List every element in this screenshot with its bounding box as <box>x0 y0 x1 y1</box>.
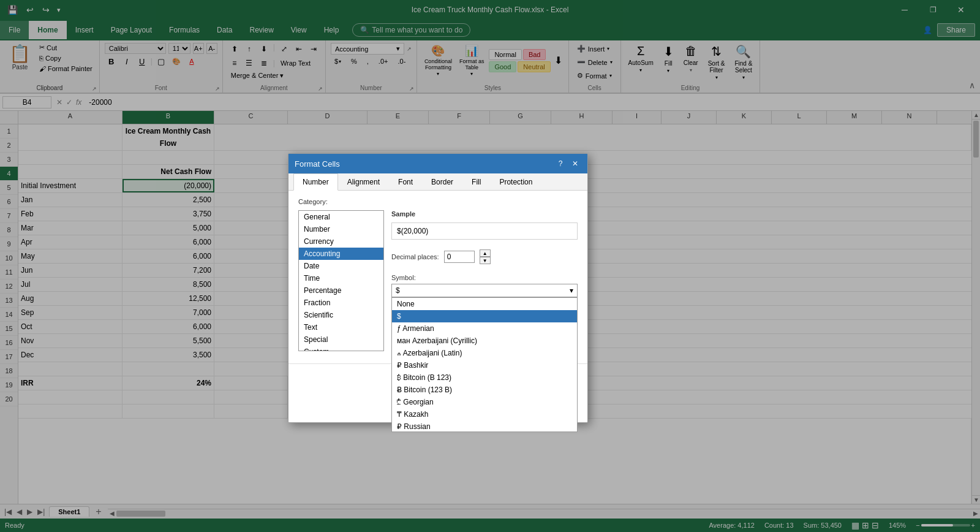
sym-russian[interactable]: ₽ Russian <box>392 420 577 432</box>
cat-currency[interactable]: Currency <box>299 235 383 248</box>
sym-armenian[interactable]: ƒ Armenian <box>392 322 577 335</box>
sym-bitcoin-b123[interactable]: ₿ Bitcoin (B 123) <box>392 371 577 384</box>
cat-accounting[interactable]: Accounting <box>299 248 383 260</box>
sym-az-latin[interactable]: ₼ Azerbaijani (Latin) <box>392 347 577 359</box>
sym-bitcoin-123b[interactable]: Ƀ Bitcoin (123 B) <box>392 384 577 396</box>
cat-percentage[interactable]: Percentage <box>299 284 383 297</box>
decimal-row: Decimal places: ▲ ▼ <box>391 249 578 264</box>
modal-title-bar: Format Cells ? ✕ <box>288 154 587 173</box>
modal-help-button[interactable]: ? <box>554 158 567 170</box>
modal-tab-border[interactable]: Border <box>422 173 462 191</box>
modal-tab-font[interactable]: Font <box>389 173 422 191</box>
modal-close-button[interactable]: ✕ <box>569 158 581 170</box>
category-label: Category: <box>298 198 578 205</box>
modal-body: Category: General Number Currency Accoun… <box>288 191 587 359</box>
cat-custom[interactable]: Custom <box>299 346 383 351</box>
modal-tabs: Number Alignment Font Border Fill Protec… <box>288 173 587 191</box>
format-options-panel: Sample $(20,000) Decimal places: ▲ ▼ Sym… <box>391 210 578 351</box>
modal-tab-fill[interactable]: Fill <box>462 173 490 191</box>
modal-title-controls: ? ✕ <box>554 158 581 170</box>
sym-kazakh[interactable]: ₸ Kazakh <box>392 408 577 420</box>
symbol-dropdown-list: None $ ƒ Armenian ман Azerbaijani (Cyril… <box>391 297 578 432</box>
cat-date[interactable]: Date <box>299 260 383 272</box>
sample-box: $(20,000) <box>391 222 578 240</box>
modal-tab-alignment[interactable]: Alignment <box>338 173 389 191</box>
cat-special[interactable]: Special <box>299 333 383 346</box>
cat-scientific[interactable]: Scientific <box>299 309 383 321</box>
modal-tab-protection[interactable]: Protection <box>490 173 541 191</box>
symbol-dropdown-trigger[interactable]: $ ▾ <box>391 284 578 297</box>
decimal-input[interactable] <box>444 251 475 263</box>
sym-none[interactable]: None <box>392 298 577 310</box>
decimal-label: Decimal places: <box>391 253 439 260</box>
sample-label: Sample <box>391 210 578 218</box>
sym-georgian[interactable]: ₾ Georgian <box>392 396 577 408</box>
category-list: General Number Currency Accounting Date … <box>298 210 384 351</box>
sym-az-cyrillic[interactable]: ман Azerbaijani (Cyrillic) <box>392 335 577 347</box>
decimal-up[interactable]: ▲ <box>480 249 491 257</box>
cat-number[interactable]: Number <box>299 223 383 235</box>
decimal-down[interactable]: ▼ <box>480 257 491 264</box>
modal-tab-number[interactable]: Number <box>293 173 338 191</box>
symbol-current-value: $ <box>396 286 400 295</box>
format-cells-modal: Format Cells ? ✕ Number Alignment Font B… <box>288 153 588 423</box>
sym-bashkir[interactable]: ₽ Bashkir <box>392 359 577 371</box>
symbol-label: Symbol: <box>391 274 578 281</box>
decimal-spin: ▲ ▼ <box>480 249 491 264</box>
sym-dollar[interactable]: $ <box>392 310 577 322</box>
symbol-arrow: ▾ <box>570 286 573 295</box>
category-list-wrapper: General Number Currency Accounting Date … <box>298 210 384 351</box>
symbol-row: Symbol: $ ▾ None $ ƒ Armenian м <box>391 274 578 297</box>
cat-time[interactable]: Time <box>299 272 383 284</box>
cat-general[interactable]: General <box>299 211 383 223</box>
cat-fraction[interactable]: Fraction <box>299 297 383 309</box>
symbol-dropdown-container: $ ▾ None $ ƒ Armenian ман Azerbaijani (C… <box>391 284 578 297</box>
modal-overlay: Format Cells ? ✕ Number Alignment Font B… <box>0 0 980 532</box>
modal-title: Format Cells <box>295 159 340 169</box>
category-section: General Number Currency Accounting Date … <box>298 210 578 351</box>
cat-text[interactable]: Text <box>299 321 383 333</box>
